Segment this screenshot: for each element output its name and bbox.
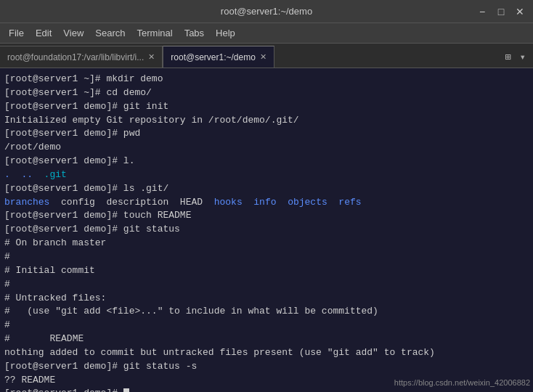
- window-controls: − □ ✕: [475, 6, 527, 17]
- line-20: # README: [4, 332, 529, 346]
- menu-view[interactable]: View: [57, 26, 89, 40]
- tab-action-icons: ⊞ ▾: [502, 49, 533, 68]
- terminal-content[interactable]: [root@server1 ~]# mkdir demo [root@serve…: [0, 68, 533, 392]
- line-22: [root@server1 demo]# git status -s: [4, 360, 529, 374]
- tab-0-close[interactable]: ✕: [148, 52, 155, 62]
- line-13: # On branch master: [4, 237, 529, 250]
- line-9: [root@server1 demo]# ls .git/: [4, 182, 529, 196]
- tab-menu-icon[interactable]: ▾: [517, 49, 529, 65]
- line-11: [root@server1 demo]# touch README: [4, 209, 529, 223]
- close-button[interactable]: ✕: [513, 6, 527, 17]
- cursor: [123, 388, 129, 392]
- line-1: [root@server1 ~]# mkdir demo: [4, 73, 529, 86]
- tab-1-label: root@server1:~/demo: [171, 52, 256, 62]
- line-19: #: [4, 319, 529, 332]
- menu-tabs[interactable]: Tabs: [179, 26, 210, 40]
- line-21: nothing added to commit but untracked fi…: [4, 346, 529, 360]
- tab-1-close[interactable]: ✕: [260, 52, 266, 62]
- tab-1[interactable]: root@server1:~/demo ✕: [163, 46, 274, 68]
- line-7: [root@server1 demo]# l.: [4, 155, 529, 168]
- line-8: . .. .git: [4, 168, 529, 182]
- line-3: [root@server1 demo]# git init: [4, 100, 529, 114]
- line-18: # (use "git add <file>..." to include in…: [4, 305, 529, 319]
- line-12: [root@server1 demo]# git status: [4, 223, 529, 237]
- line-4: Initialized empty Git repository in /roo…: [4, 114, 529, 128]
- menu-search[interactable]: Search: [89, 26, 131, 40]
- line-15: # Initial commit: [4, 264, 529, 278]
- menu-edit[interactable]: Edit: [30, 26, 57, 40]
- tab-bar: root@foundation17:/var/lib/libvirt/i... …: [0, 44, 533, 68]
- menu-bar: File Edit View Search Terminal Tabs Help: [0, 23, 533, 44]
- watermark: https://blog.csdn.net/weixin_42006882: [394, 377, 530, 389]
- title-bar: root@server1:~/demo − □ ✕: [0, 0, 533, 23]
- line-10: branches config description HEAD hooks i…: [4, 196, 529, 210]
- menu-file[interactable]: File: [3, 26, 30, 40]
- menu-help[interactable]: Help: [210, 26, 241, 40]
- line-16: #: [4, 278, 529, 292]
- window-title: root@server1:~/demo: [221, 6, 312, 17]
- tab-0-label: root@foundation17:/var/lib/libvirt/i...: [7, 52, 144, 62]
- line-17: # Untracked files:: [4, 292, 529, 306]
- new-tab-icon[interactable]: ⊞: [502, 49, 513, 65]
- line-6: /root/demo: [4, 141, 529, 155]
- minimize-button[interactable]: −: [475, 6, 489, 17]
- line-14: #: [4, 250, 529, 264]
- line-2: [root@server1 ~]# cd demo/: [4, 86, 529, 100]
- menu-terminal[interactable]: Terminal: [131, 26, 179, 40]
- line-5: [root@server1 demo]# pwd: [4, 127, 529, 141]
- maximize-button[interactable]: □: [494, 6, 508, 17]
- tab-0[interactable]: root@foundation17:/var/lib/libvirt/i... …: [0, 46, 163, 68]
